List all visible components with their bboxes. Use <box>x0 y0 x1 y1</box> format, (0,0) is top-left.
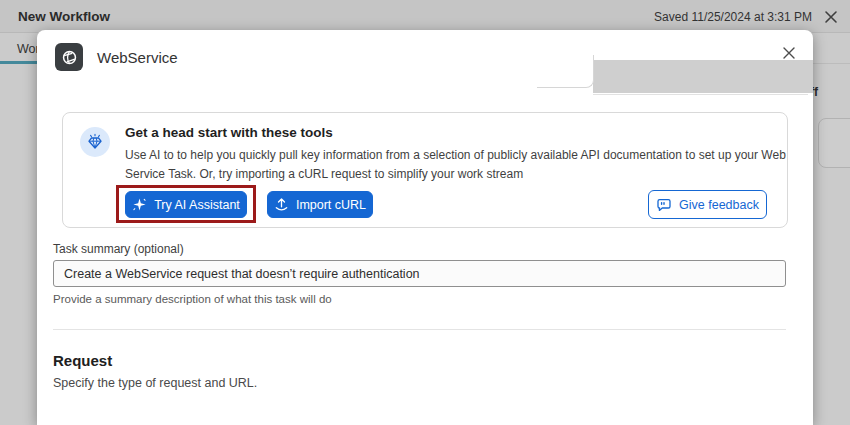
tools-heading: Get a head start with these tools <box>125 125 333 140</box>
give-feedback-button[interactable]: Give feedback <box>648 190 767 219</box>
modal-title: WebService <box>97 49 178 66</box>
webservice-modal: WebService Get a head start with these t… <box>37 30 813 425</box>
page-header: New Workflow Saved 11/25/2024 at 3:31 PM <box>0 0 850 33</box>
try-ai-assistant-button[interactable]: Try AI Assistant <box>125 191 247 218</box>
page-title: New Workflow <box>18 9 110 24</box>
request-description: Specify the type of request and URL. <box>53 376 257 390</box>
task-summary-helper: Provide a summary description of what th… <box>53 293 332 305</box>
task-summary-input[interactable] <box>53 260 786 287</box>
tab-active-underline <box>0 61 38 64</box>
upload-icon <box>274 197 289 212</box>
page-close-icon[interactable] <box>824 10 838 24</box>
sparkle-icon <box>132 197 147 212</box>
import-curl-button[interactable]: Import cURL <box>267 191 373 218</box>
ai-tools-panel: Get a head start with these tools Use AI… <box>62 112 788 228</box>
gem-icon <box>80 127 110 157</box>
try-ai-assistant-label: Try AI Assistant <box>154 198 240 212</box>
give-feedback-label: Give feedback <box>679 198 759 212</box>
tools-description: Use AI to to help you quickly pull key i… <box>125 146 801 184</box>
screen: New Workflow Saved 11/25/2024 at 3:31 PM… <box>0 0 850 425</box>
request-heading: Request <box>53 352 112 369</box>
webservice-globe-icon <box>55 43 83 71</box>
feedback-bubble-icon <box>656 197 672 213</box>
composite-artifact-line <box>593 94 808 95</box>
saved-status: Saved 11/25/2024 at 3:31 PM <box>654 10 812 24</box>
tabbar-border <box>812 63 850 64</box>
task-summary-label: Task summary (optional) <box>53 242 184 256</box>
modal-close-icon[interactable] <box>781 45 797 61</box>
import-curl-label: Import cURL <box>296 198 366 212</box>
section-divider <box>53 329 786 330</box>
modal-header: WebService <box>37 30 813 86</box>
background-card-remnant <box>818 118 850 168</box>
